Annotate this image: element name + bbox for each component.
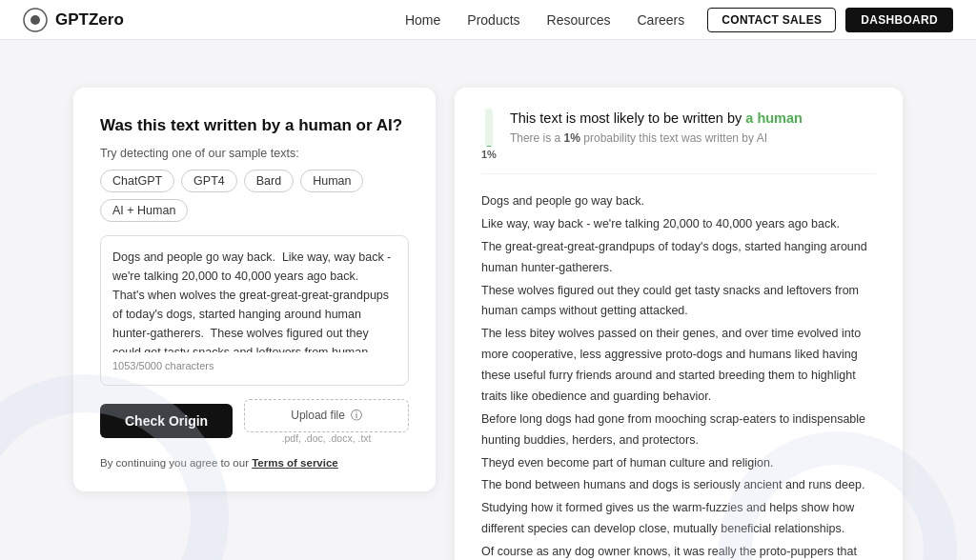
text-area-wrapper: 1053/5000 characters <box>100 235 409 386</box>
panel-title: Was this text written by a human or AI? <box>100 114 409 137</box>
probability-block: 1% <box>481 109 497 160</box>
sentence-1: Dogs and people go way back. <box>481 191 876 212</box>
logo-icon <box>23 8 48 32</box>
sample-label: Try detecting one of our sample texts: <box>100 147 409 160</box>
result-human-word: a human <box>745 110 803 126</box>
check-origin-button[interactable]: Check Origin <box>100 404 233 438</box>
sentence-3: The great-great-great-grandpups of today… <box>481 237 876 279</box>
left-panel: Was this text written by a human or AI? … <box>73 88 436 491</box>
logo[interactable]: GPTZero <box>23 8 124 32</box>
sentence-5: The less bitey wolves passed on their ge… <box>481 324 876 408</box>
sentence-4: These wolves figured out they could get … <box>481 281 876 323</box>
sample-chatgpt[interactable]: ChatGPT <box>100 170 174 192</box>
title-prefix: Was this text written by a <box>100 116 298 134</box>
sample-bard[interactable]: Bard <box>244 170 294 192</box>
result-text-block: This text is most likely to be written b… <box>510 109 876 145</box>
sample-ai-human[interactable]: AI + Human <box>100 199 188 222</box>
nav-careers[interactable]: Careers <box>637 12 684 28</box>
sentence-2: Like way, way back - we're talking 20,00… <box>481 214 876 235</box>
probability-pct: 1% <box>481 149 497 160</box>
nav-resources[interactable]: Resources <box>547 12 611 28</box>
logo-text: GPTZero <box>55 10 124 30</box>
char-count: 1053/5000 characters <box>112 360 214 371</box>
result-headline: This text is most likely to be written b… <box>510 109 876 128</box>
right-panel: 1% This text is most likely to be writte… <box>455 88 903 560</box>
tos-text: By continuing you agree to our Terms of … <box>100 457 409 469</box>
navbar: GPTZero Home Products Resources Careers … <box>0 0 976 40</box>
upload-file-button[interactable]: Upload file ⓘ <box>244 399 409 432</box>
sample-gpt4[interactable]: GPT4 <box>181 170 237 192</box>
upload-formats: .pdf, .doc, .docx, .txt <box>244 432 409 444</box>
result-sub: There is a 1% probability this text was … <box>510 131 876 145</box>
svg-point-1 <box>30 15 40 25</box>
sentence-8: The bond between humans and dogs is seri… <box>481 475 876 496</box>
main-content: Was this text written by a human or AI? … <box>0 40 976 560</box>
sentence-6: Before long dogs had gone from mooching … <box>481 410 876 451</box>
text-input[interactable] <box>112 248 396 352</box>
nav-products[interactable]: Products <box>467 12 519 28</box>
actions-row: Check Origin Upload file ⓘ .pdf, .doc, .… <box>100 399 409 444</box>
contact-sales-button[interactable]: CONTACT SALES <box>707 8 836 32</box>
upload-label: Upload file <box>291 409 345 422</box>
probability-fill <box>485 146 493 147</box>
probability-bar <box>485 109 493 147</box>
sentence-7: Theyd even become part of human culture … <box>481 453 876 474</box>
sentence-9: Studying how it formed gives us the warm… <box>481 498 876 540</box>
sentence-10: Of course as any dog owner knows, it was… <box>481 542 876 560</box>
sample-buttons-group: ChatGPT GPT4 Bard Human AI + Human <box>100 170 409 222</box>
nav-home[interactable]: Home <box>405 12 440 28</box>
nav-links: Home Products Resources Careers <box>405 12 684 28</box>
title-human: human <box>298 116 352 134</box>
title-suffix: or AI? <box>352 116 402 134</box>
sample-human[interactable]: Human <box>300 170 363 192</box>
result-body: Dogs and people go way back. Like way, w… <box>481 191 876 560</box>
upload-icon: ⓘ <box>351 408 362 424</box>
dashboard-button[interactable]: DASHBOARD <box>845 8 953 32</box>
result-header: 1% This text is most likely to be writte… <box>481 109 876 174</box>
tos-link[interactable]: Terms of service <box>252 457 338 469</box>
